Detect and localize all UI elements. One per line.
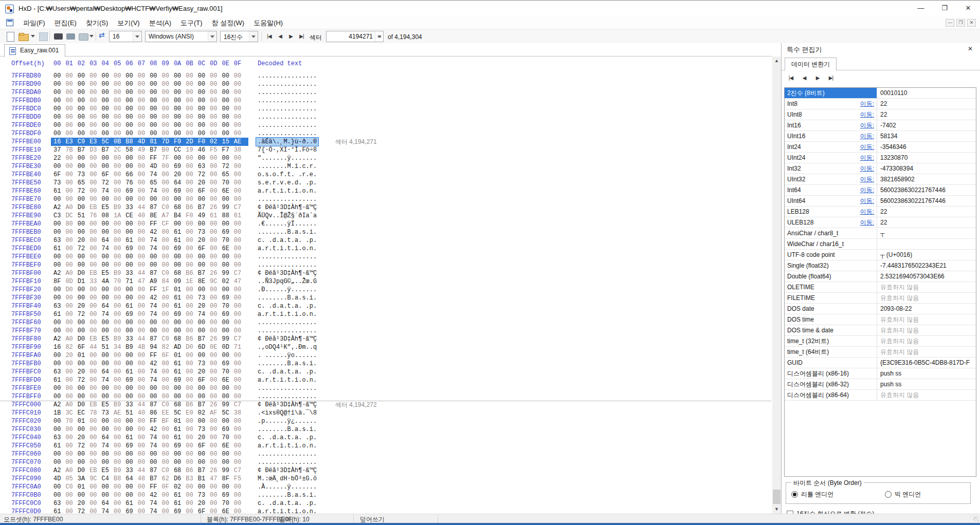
decoded-text[interactable]: a.r.t.i.t.i.o.n. (256, 187, 318, 195)
hex-bytes[interactable]: 6100720074006900740069006F006E00 (51, 245, 248, 253)
hex-row[interactable]: 7FFFC0506100720074006900740069006F006E00… (0, 442, 772, 450)
hex-bytes[interactable]: 1B3CEC7873AE514086EE5CE002AF5C38 (51, 409, 248, 417)
inspector-value[interactable]: 22 (877, 109, 976, 120)
inspector-type-label[interactable]: OLETIME (785, 282, 877, 292)
scrollbar-thumb[interactable] (773, 490, 781, 504)
decoded-text[interactable]: ................ (256, 129, 318, 138)
hex-row[interactable]: 7FFFBF7000000000000000000000000000000000… (0, 327, 772, 335)
inspector-row[interactable]: UInt64이동:5600238630221767446 (785, 196, 976, 207)
inspector-type-label[interactable]: 디스어셈블리 (x86-32) (785, 379, 877, 389)
inspector-type-label[interactable]: Int16이동: (785, 120, 877, 130)
inspector-first-button[interactable]: |◀ (786, 73, 796, 83)
inspector-value[interactable]: 유효하지 않음 (877, 336, 976, 346)
hex-bytes[interactable]: 00000000000000000000000000000000 (51, 88, 248, 97)
hex-row[interactable]: 7FFFBFD06100720074006900740069006F006E00… (0, 376, 772, 384)
inspector-row[interactable]: Single (float32)-7.44831765022343E21 (785, 260, 976, 271)
menu-item[interactable]: 보기(V) (113, 16, 144, 29)
decoded-text[interactable]: .p......ÿ¿...... (256, 417, 318, 425)
decoded-text[interactable]: ........B.a.s.i. (256, 294, 318, 302)
hex-row[interactable]: 7FFFBF00A2A0D0EBE5B9334487C068B6B72699C7… (0, 269, 772, 277)
decoded-text[interactable]: a.r.t.i.t.i.o.n. (256, 310, 318, 318)
decoded-text[interactable]: .ãÉã\.¸M.}ù-ð..® (256, 138, 318, 146)
hex-bytes[interactable]: 00000000000000004200610073006900 (51, 425, 248, 434)
hex-scrollbar[interactable]: ▲ ▼ (772, 57, 781, 514)
hex-row[interactable]: 7FFFBE606100720074006900740069006F006E00… (0, 187, 772, 195)
inspector-row[interactable]: WideChar / char16_t (785, 239, 976, 250)
inspector-type-label[interactable]: 디스어셈블리 (x86-64) (785, 390, 877, 400)
inspector-type-label[interactable]: Int24이동: (785, 142, 877, 152)
hex-row[interactable]: 7FFFBE3000000000000000004D00690063007200… (0, 162, 772, 171)
inspector-type-label[interactable]: UTF-8 code point (785, 250, 877, 260)
decoded-text[interactable]: ................ (256, 195, 318, 203)
goto-link[interactable]: 이동: (860, 110, 874, 119)
inspector-value[interactable]: 58134 (877, 131, 976, 141)
close-button[interactable]: ✕ (956, 1, 980, 17)
inspector-value[interactable]: -7.44831765022343E21 (877, 260, 976, 271)
hex-bytes[interactable]: 63002000640061007400610020007000 (51, 434, 248, 442)
inspector-type-label[interactable]: 디스어셈블리 (x86-16) (785, 368, 877, 379)
open-disk-icon[interactable] (53, 32, 64, 41)
hex-row[interactable]: 7FFFBDD000000000000000000000000000000000… (0, 113, 772, 121)
hex-row[interactable]: 7FFFBF80A2A0D0EBE5B9334487C068B6B72699C7… (0, 335, 772, 343)
hex-bytes[interactable]: A2A0D0EBE5B9334487C068B6B72699C7 (51, 269, 248, 277)
minimize-button[interactable]: — (909, 1, 933, 17)
hex-row[interactable]: 7FFFBF4063002000640061007400610020007000… (0, 302, 772, 310)
inspector-row[interactable]: LEB128이동:22 (785, 207, 976, 217)
hex-bytes[interactable]: 00000000000000004D00690063007200 (51, 162, 248, 171)
inspector-row[interactable]: time_t (32비트)유효하지 않음 (785, 336, 976, 347)
hex-row[interactable]: 7FFFBEA00080000000000000FFCF000000000000… (0, 220, 772, 228)
menu-item[interactable]: 찾기(S) (81, 16, 113, 29)
decoded-text[interactable]: ................ (256, 450, 318, 458)
menu-item[interactable]: 편집(E) (50, 16, 81, 29)
hex-bytes[interactable]: 377BB7D3B72C5849B7B0CC1946F5F738 (51, 146, 248, 154)
inspector-value[interactable]: 22 (877, 217, 976, 228)
inspector-row[interactable]: time_t (64비트)유효하지 않음 (785, 347, 976, 358)
first-sector-button[interactable]: |◀ (264, 31, 274, 42)
goto-link[interactable]: 이동: (860, 218, 874, 227)
decoded-text[interactable]: ................ (256, 80, 318, 88)
mdi-control-icon[interactable]: ✕ (967, 19, 976, 27)
hex-bytes[interactable]: 00000000000000000000000000000000 (51, 80, 248, 88)
hex-row[interactable]: 7FFFBE5073006500720076006500640020007000… (0, 179, 772, 187)
inspector-row[interactable]: 디스어셈블리 (x86-64)유효하지 않음 (785, 390, 976, 401)
inspector-row[interactable]: AnsiChar / char8_t┬ (785, 228, 976, 239)
inspector-row[interactable]: UInt32이동:3821658902 (785, 174, 976, 185)
inspector-value[interactable]: -7402 (877, 120, 976, 130)
inspector-row[interactable]: FILETIME유효하지 않음 (785, 293, 976, 304)
inspector-type-label[interactable]: DOS time (785, 314, 877, 325)
inspector-type-label[interactable]: Int8이동: (785, 99, 877, 109)
inspector-row[interactable]: UInt24이동:13230870 (785, 153, 976, 163)
hex-row[interactable]: 7FFFBDC000000000000000000000000000000000… (0, 105, 772, 113)
inspector-value[interactable]: 유효하지 않음 (877, 390, 976, 400)
hex-row[interactable]: 7FFFBFC063002000640061007400610020007000… (0, 368, 772, 376)
tab-data-inspector[interactable]: 데이터 변환기 (785, 58, 837, 70)
inspector-row[interactable]: UInt16이동:58134 (785, 131, 976, 142)
goto-link[interactable]: 이동: (860, 186, 874, 195)
inspector-value[interactable]: 3821658902 (877, 174, 976, 184)
hex-row[interactable]: 7FFFBF6000000000000000000000000000000000… (0, 318, 772, 327)
decoded-text[interactable]: ........B.a.s.i. (256, 491, 318, 499)
hex-bytes[interactable]: 00000000000000000000000000000000 (51, 105, 248, 113)
open-ram-icon[interactable] (66, 32, 76, 41)
decoded-text[interactable]: ................ (256, 327, 318, 335)
hex-row[interactable]: 7FFFBF3000000000000000004200610073006900… (0, 294, 772, 302)
next-sector-button[interactable]: ▶ (286, 31, 296, 42)
hex-row[interactable]: 7FFFBE7000000000000000000000000000000000… (0, 195, 772, 203)
hex-bytes[interactable]: 00000000000000000000000000000000 (51, 450, 248, 458)
decoded-text[interactable]: ................ (256, 105, 318, 113)
hex-bytes[interactable]: 63002000640061007400610020007000 (51, 236, 248, 245)
scroll-down-icon[interactable]: ▼ (772, 505, 781, 514)
inspector-type-label[interactable]: ULEB128이동: (785, 217, 877, 228)
inspector-value[interactable] (877, 239, 976, 249)
inspector-type-label[interactable]: Int64이동: (785, 185, 877, 195)
inspector-last-button[interactable]: ▶| (826, 73, 836, 83)
inspector-value[interactable]: 22 (877, 99, 976, 109)
hex-bytes[interactable]: 16826F445134B94B9482ADD06D0E0D71 (51, 343, 248, 351)
inspector-value[interactable]: 22 (877, 207, 976, 217)
inspector-row[interactable]: ULEB128이동:22 (785, 217, 976, 228)
hex-row[interactable]: 7FFFC0C063002000640061007400610020007000… (0, 499, 772, 508)
hex-row[interactable]: 7FFFC0904D053A9CC4B86448B762D6B3B1478FF5… (0, 475, 772, 483)
hex-row[interactable]: 7FFFBF2000D0000000000000FF1F010000000000… (0, 286, 772, 294)
hex-bytes[interactable]: 00000000000000000000000000000000 (51, 113, 248, 121)
goto-link[interactable]: 이동: (860, 164, 874, 173)
